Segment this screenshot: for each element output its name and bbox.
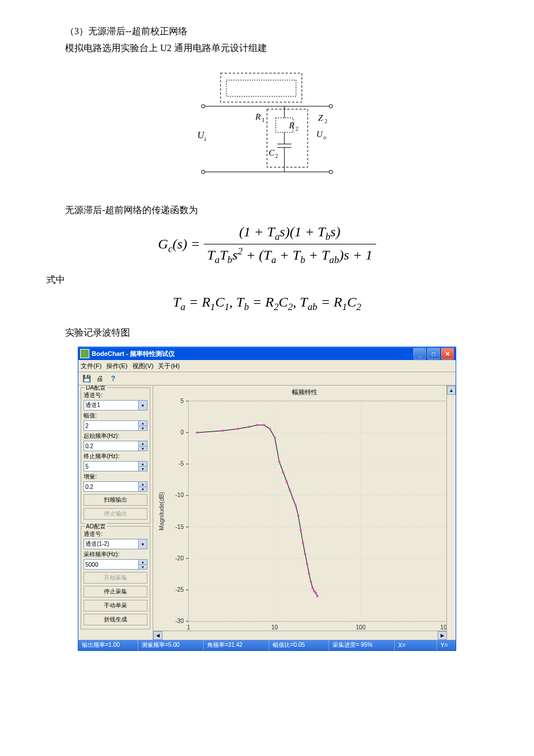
- svg-text:5: 5: [181, 398, 184, 404]
- start-acquire-button[interactable]: 开始采集: [84, 572, 147, 584]
- toolbar: 💾 🖨 ?: [78, 372, 456, 386]
- svg-point-67: [263, 424, 265, 426]
- menu-operate[interactable]: 操作(E): [106, 362, 128, 370]
- ad-rate-input[interactable]: ▲▼: [84, 559, 147, 570]
- ad-rate-label: 采样频率(Hz):: [84, 550, 147, 559]
- svg-point-62: [196, 431, 199, 434]
- print-icon[interactable]: 🖨: [94, 373, 106, 384]
- menu-about[interactable]: 关于(H): [158, 362, 179, 370]
- polyline-button[interactable]: 折线生成: [84, 614, 147, 625]
- maximize-button[interactable]: □: [427, 348, 440, 359]
- svg-text:-30: -30: [175, 618, 184, 625]
- ad-group: AD配置 通道号: ▼ 采样频率(Hz): ▲▼ 开始采集 停止采集 手动单采 …: [81, 526, 150, 629]
- plot-area: 幅频特性 50-5-10-15-20-25-301101001000Magnit…: [153, 386, 456, 640]
- da-ch-label: 通道号:: [84, 391, 147, 399]
- minimize-button[interactable]: _: [413, 348, 426, 359]
- svg-point-64: [237, 428, 239, 430]
- svg-text:-5: -5: [179, 461, 184, 467]
- ad-channel-select[interactable]: ▼: [84, 539, 147, 549]
- svg-point-2: [201, 170, 205, 174]
- scroll-up-icon[interactable]: ▲: [447, 386, 456, 395]
- svg-text:Magnitude(dB): Magnitude(dB): [158, 492, 165, 531]
- circuit-diagram: Ui R1 R2 C2 Z2 Uo: [192, 69, 342, 185]
- menu-view[interactable]: 视图(V): [132, 362, 154, 370]
- menu-file[interactable]: 文件(F): [81, 362, 102, 370]
- svg-point-3: [329, 170, 333, 174]
- app-icon: [80, 349, 89, 358]
- da-legend: DA配置: [85, 386, 107, 392]
- doc-line1: （3）无源滞后--超前校正网络: [46, 23, 488, 40]
- svg-point-80: [306, 563, 308, 566]
- svg-point-78: [302, 542, 304, 544]
- da-startfreq-input[interactable]: ▲▼: [84, 441, 147, 451]
- svg-text:-15: -15: [175, 524, 184, 530]
- svg-point-75: [294, 505, 297, 507]
- chevron-down-icon[interactable]: ▼: [139, 400, 147, 411]
- da-step-input[interactable]: ▲▼: [84, 481, 147, 492]
- doc-line4: 式中: [46, 272, 488, 289]
- sidebar: DA配置 通道号: ▼ 幅值: ▲▼ 起始频率(Hz): ▲▼ 终止频率(Hz)…: [78, 386, 153, 640]
- svg-point-63: [222, 430, 224, 432]
- svg-point-82: [310, 581, 312, 583]
- titlebar[interactable]: BodeChart - 频率特性测试仪 _ □ ✕: [78, 347, 456, 360]
- scan-output-button[interactable]: 扫频输出: [84, 494, 147, 506]
- svg-point-79: [304, 553, 306, 556]
- svg-point-0: [201, 105, 205, 108]
- equation-1: Gc(s) = (1 + Tas)(1 + Tbs) TaTbs2 + (Ta …: [46, 224, 488, 266]
- svg-text:-20: -20: [175, 555, 184, 561]
- da-amplitude-input[interactable]: ▲▼: [84, 420, 147, 431]
- save-icon[interactable]: 💾: [81, 373, 92, 384]
- svg-point-73: [289, 489, 291, 492]
- svg-point-1: [329, 105, 333, 108]
- da-channel-select[interactable]: ▼: [84, 400, 147, 411]
- svg-text:2: 2: [295, 125, 298, 132]
- stop-output-button[interactable]: 停止输出: [84, 508, 147, 520]
- status-x: X=: [395, 640, 437, 650]
- svg-text:-25: -25: [175, 586, 184, 593]
- bodechart-window: BodeChart - 频率特性测试仪 _ □ ✕ 文件(F) 操作(E) 视图…: [78, 347, 456, 651]
- svg-rect-27: [189, 401, 447, 621]
- da-amp-label: 幅值:: [84, 412, 147, 420]
- svg-rect-6: [221, 73, 302, 102]
- da-step-label: 增量:: [84, 473, 147, 481]
- svg-point-81: [308, 573, 310, 575]
- svg-point-68: [269, 428, 271, 430]
- svg-point-86: [316, 595, 319, 597]
- svg-rect-7: [226, 80, 296, 96]
- svg-text:0: 0: [181, 429, 184, 435]
- svg-text:1: 1: [262, 117, 265, 123]
- status-outfreq: 输出频率=1.00: [78, 640, 138, 650]
- status-bar: 输出频率=1.00 测量频率=5.00 角频率=31.42 幅值比=0.05 采…: [78, 640, 456, 650]
- scroll-left-icon[interactable]: ◀: [153, 631, 163, 640]
- status-y: Y=: [437, 640, 456, 650]
- da-stopfreq-input[interactable]: ▲▼: [84, 461, 147, 471]
- da-stop-label: 终止频率(Hz):: [84, 452, 147, 460]
- chevron-down-icon[interactable]: ▼: [139, 539, 147, 549]
- manual-sample-button[interactable]: 手动单采: [84, 600, 147, 611]
- svg-text:2: 2: [275, 153, 278, 159]
- svg-point-66: [256, 424, 258, 426]
- spin-down-icon[interactable]: ▼: [139, 426, 147, 431]
- svg-text:C: C: [269, 148, 275, 157]
- doc-line2: 模拟电路选用实验台上 U2 通用电路单元设计组建: [46, 40, 488, 57]
- help-icon[interactable]: ?: [107, 373, 119, 384]
- close-button[interactable]: ✕: [441, 348, 454, 359]
- scroll-right-icon[interactable]: ▶: [438, 631, 447, 640]
- svg-point-65: [248, 426, 250, 429]
- svg-text:i: i: [204, 135, 206, 142]
- svg-point-71: [282, 471, 284, 474]
- svg-point-85: [315, 592, 317, 595]
- vertical-scrollbar[interactable]: ▲: [446, 386, 456, 631]
- horizontal-scrollbar[interactable]: ◀ ▶: [153, 631, 447, 640]
- status-progress: 采集进度= 95%: [329, 640, 395, 650]
- svg-text:10: 10: [271, 625, 278, 631]
- stop-acquire-button[interactable]: 停止采集: [84, 586, 147, 597]
- svg-text:1: 1: [187, 625, 190, 631]
- svg-text:U: U: [316, 129, 323, 139]
- menubar: 文件(F) 操作(E) 视图(V) 关于(H): [78, 360, 456, 372]
- spin-up-icon[interactable]: ▲: [139, 421, 147, 426]
- svg-point-77: [300, 529, 302, 531]
- svg-text:o: o: [323, 134, 326, 141]
- svg-text:-10: -10: [175, 492, 184, 499]
- window-title: BodeChart - 频率特性测试仪: [92, 350, 412, 358]
